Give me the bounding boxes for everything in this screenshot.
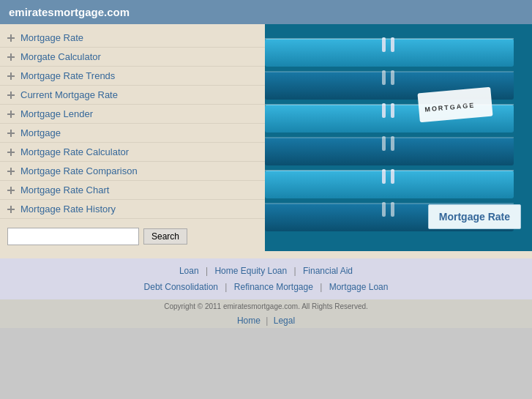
- sidebar-item-label: Mortgage: [20, 127, 61, 138]
- sidebar-item-2[interactable]: Mortgage Rate Trends: [0, 67, 265, 86]
- sidebar-item-3[interactable]: Current Mortgage Rate: [0, 86, 265, 105]
- svg-rect-5: [7, 75, 15, 77]
- search-area: Search: [0, 219, 265, 254]
- search-input[interactable]: [7, 228, 139, 245]
- sidebar-item-4[interactable]: Mortgage Lender: [0, 105, 265, 124]
- svg-rect-45: [265, 170, 514, 171]
- sidebar-item-label: Current Mortgage Rate: [20, 89, 118, 100]
- bullet-icon: [7, 111, 15, 118]
- bullet-icon: [7, 72, 15, 80]
- sidebar: Mortgage Rate Morgate Calculator Mortgag…: [0, 24, 265, 258]
- sidebar-item-label: Mortgage Lender: [20, 108, 93, 119]
- legal-footer-link[interactable]: Legal: [274, 316, 295, 326]
- svg-rect-42: [265, 71, 514, 72]
- svg-rect-11: [7, 133, 15, 134]
- home-equity-link[interactable]: Home Equity Loan: [214, 266, 287, 276]
- svg-rect-43: [265, 104, 514, 105]
- sep2: |: [294, 266, 296, 276]
- bullet-icon: [7, 53, 15, 61]
- sidebar-item-label: Mortgage Rate Chart: [20, 184, 109, 195]
- svg-rect-7: [7, 94, 15, 96]
- main-content: Mortgage Rate Morgate Calculator Mortgag…: [0, 24, 532, 258]
- site-header: emiratesmortgage.com: [0, 0, 532, 24]
- link-row-2: Debt Consolidation | Refinance Mortgage …: [0, 279, 532, 295]
- bullet-icon: [7, 206, 15, 213]
- mortgage-loan-link[interactable]: Mortgage Loan: [329, 282, 389, 292]
- footer-links: Home | Legal: [0, 313, 532, 328]
- bullet-icon: [7, 149, 15, 156]
- sidebar-item-6[interactable]: Mortgage Rate Calculator: [0, 143, 265, 162]
- svg-rect-17: [7, 190, 15, 191]
- footer: Copyright © 2011 emiratesmortgage.com. A…: [0, 299, 532, 313]
- image-area: MORTGAGE Mortgage Rate: [265, 24, 532, 251]
- svg-rect-13: [7, 152, 15, 153]
- sidebar-item-label: Morgate Calculator: [20, 51, 101, 62]
- svg-rect-44: [265, 137, 514, 138]
- bullet-icon: [7, 168, 15, 175]
- footer-divider: |: [266, 316, 268, 326]
- loan-link[interactable]: Loan: [179, 266, 199, 276]
- sidebar-item-label: Mortgage Rate Comparison: [20, 165, 138, 176]
- sidebar-item-label: Mortgage Rate History: [20, 204, 116, 215]
- image-background: MORTGAGE Mortgage Rate: [265, 24, 532, 251]
- sidebar-item-8[interactable]: Mortgage Rate Chart: [0, 181, 265, 200]
- svg-rect-9: [7, 113, 15, 115]
- sidebar-item-5[interactable]: Mortgage: [0, 124, 265, 143]
- bullet-icon: [7, 92, 15, 99]
- sidebar-item-label: Mortgage Rate Calculator: [20, 146, 129, 157]
- svg-rect-3: [7, 56, 15, 58]
- sidebar-item-1[interactable]: Morgate Calculator: [0, 48, 265, 67]
- sidebar-item-label: Mortgage Rate: [20, 32, 83, 43]
- financial-aid-link[interactable]: Financial Aid: [303, 266, 353, 276]
- svg-rect-24: [265, 138, 514, 165]
- bullet-icon: [7, 130, 15, 137]
- debt-consolidation-link[interactable]: Debt Consolidation: [144, 282, 218, 292]
- link-row-1: Loan | Home Equity Loan | Financial Aid: [0, 263, 532, 279]
- search-button[interactable]: Search: [143, 228, 187, 245]
- svg-rect-15: [7, 171, 15, 172]
- site-title: emiratesmortgage.com: [9, 6, 130, 18]
- sep3: |: [225, 282, 227, 292]
- refinance-mortgage-link[interactable]: Refinance Mortgage: [234, 282, 313, 292]
- svg-rect-1: [7, 37, 15, 39]
- nav-list: Mortgage Rate Morgate Calculator Mortgag…: [0, 29, 265, 219]
- svg-rect-19: [7, 209, 15, 210]
- sidebar-item-9[interactable]: Mortgage Rate History: [0, 200, 265, 219]
- copyright-text: Copyright © 2011 emiratesmortgage.com. A…: [164, 302, 368, 310]
- bottom-links: Loan | Home Equity Loan | Financial Aid …: [0, 258, 532, 299]
- svg-rect-41: [265, 38, 514, 40]
- sidebar-item-0[interactable]: Mortgage Rate: [0, 29, 265, 48]
- bullet-icon: [7, 187, 15, 194]
- svg-rect-21: [265, 39, 514, 67]
- sidebar-item-7[interactable]: Mortgage Rate Comparison: [0, 162, 265, 181]
- home-footer-link[interactable]: Home: [237, 316, 261, 326]
- sidebar-item-label: Mortgage Rate Trends: [20, 70, 115, 81]
- bullet-icon: [7, 34, 15, 42]
- svg-rect-25: [265, 171, 514, 198]
- sep1: |: [206, 266, 208, 276]
- app: emiratesmortgage.com Mortgage Rate Morga…: [0, 0, 532, 328]
- sep4: |: [320, 282, 322, 292]
- mortgage-rate-button[interactable]: Mortgage Rate: [428, 204, 521, 229]
